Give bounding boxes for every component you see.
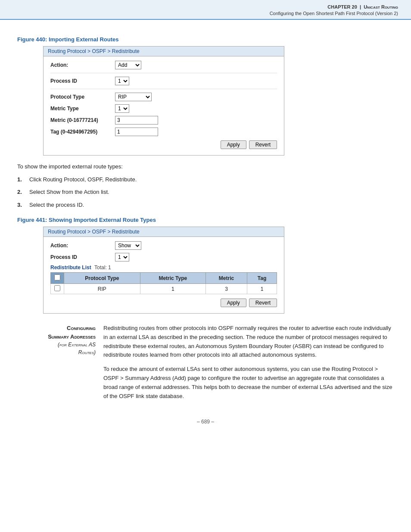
sidebar-content: Redistributing routes from other protoco… [103,324,394,406]
sidebar-para1: Redistributing routes from other protoco… [103,324,394,360]
sidebar-para2: To reduce the amount of external LSAs se… [103,365,394,401]
col-protocol-type: Protocol Type [64,273,140,284]
step-1: 1. Click Routing Protocol, OSPF, Redistr… [17,175,394,184]
table-header-checkbox [51,273,64,284]
chapter-title: Unicast Routing [364,4,398,9]
tag-row: Tag (0-4294967295) [50,128,277,136]
figure-441-panel-body: Action: Show Add Delete Process ID 1 [44,237,284,313]
action-control: Add Show Delete [115,61,141,69]
metric-type-label: Metric Type [50,106,115,112]
figure441-action-select[interactable]: Show Add Delete [115,241,141,250]
col-metric-type: Metric Type [140,273,206,284]
protocol-type-label: Protocol Type [50,94,115,100]
sidebar-section: Configuring Summary Addresses (for Exter… [17,324,394,406]
figure-441-panel-header: Routing Protocol > OSPF > Redistribute [44,227,284,237]
header-checkbox[interactable] [54,274,60,280]
row-checkbox[interactable] [54,285,60,291]
figure-441-panel: Routing Protocol > OSPF > Redistribute A… [43,227,284,314]
metric-type-row: Metric Type 1 2 [50,104,277,113]
metric-type-control: 1 2 [115,104,129,113]
metric-type-select[interactable]: 1 2 [115,104,129,113]
chapter-label: CHAPTER 20 | Unicast Routing [327,4,398,9]
figure441-process-id-select[interactable]: 1 [115,253,129,261]
figure441-process-id-label: Process ID [50,254,115,260]
step-2: 2. Select Show from the Action list. [17,188,394,196]
figure441-action-control: Show Add Delete [115,241,141,250]
page-content: Figure 440: Importing External Routes Ro… [0,20,411,440]
steps-list: 1. Click Routing Protocol, OSPF, Redistr… [17,175,394,209]
process-id-label: Process ID [50,78,115,84]
table-row: RIP 1 3 1 [51,284,277,294]
figure-440-panel: Routing Protocol > OSPF > Redistribute A… [43,46,284,156]
figure-441-btn-row: Apply Revert [50,299,277,307]
metric-row: Metric (0-16777214) [50,116,277,124]
figure-441-title: Figure 441: Showing Imported External Ro… [17,217,394,223]
chapter-number: CHAPTER 20 [327,4,357,9]
page-footer: – 689 – [17,419,394,432]
sidebar-label-block: Configuring Summary Addresses (for Exter… [17,324,103,406]
row-metric-type: 1 [140,284,206,294]
row-protocol-type: RIP [64,284,140,294]
sidebar-title-line1: Configuring [17,324,96,333]
row-checkbox-cell [51,284,64,294]
figure-440-revert-btn[interactable]: Revert [249,140,277,149]
figure441-process-id-control: 1 [115,253,129,261]
process-id-select[interactable]: 1 [115,77,129,85]
figure-440-title: Figure 440: Importing External Routes [17,36,394,43]
chapter-subtitle: Configuring the Open Shortest Path First… [270,11,398,16]
redistribute-list-label: Redistribute List Total: 1 [50,264,277,271]
sidebar-title-line4: Routes) [17,348,96,356]
figure441-action-row: Action: Show Add Delete [50,241,277,250]
col-metric: Metric [206,273,247,284]
page-header: CHAPTER 20 | Unicast Routing Configuring… [0,0,411,20]
figure-441-apply-btn[interactable]: Apply [221,299,246,307]
figure-440-panel-body: Action: Add Show Delete Process ID 1 [44,56,284,155]
protocol-type-control: RIP Static Connected [115,93,152,101]
tag-label: Tag (0-4294967295) [50,129,115,135]
figure-440-panel-header: Routing Protocol > OSPF > Redistribute [44,47,284,56]
metric-input[interactable] [115,116,158,124]
figure-440-apply-btn[interactable]: Apply [221,140,246,149]
protocol-type-select[interactable]: RIP Static Connected [115,93,152,101]
action-label: Action: [50,62,115,68]
row-metric: 3 [206,284,247,294]
action-select[interactable]: Add Show Delete [115,61,141,69]
process-id-row: Process ID 1 [50,77,277,85]
row-tag: 1 [247,284,277,294]
tag-input[interactable] [115,128,158,136]
body-intro-text: To show the imported external route type… [17,162,394,171]
col-tag: Tag [247,273,277,284]
sidebar-title-line3: (for External AS [17,341,96,348]
protocol-type-row: Protocol Type RIP Static Connected [50,93,277,101]
redistribute-table: Protocol Type Metric Type Metric Tag RIP… [50,272,277,294]
sidebar-title-line2: Summary Addresses [17,333,96,341]
action-row: Action: Add Show Delete [50,61,277,69]
metric-label: Metric (0-16777214) [50,117,115,123]
process-id-control: 1 [115,77,129,85]
figure441-action-label: Action: [50,243,115,249]
figure-440-btn-row: Apply Revert [50,140,277,149]
figure-441-revert-btn[interactable]: Revert [249,299,277,307]
step-3: 3. Select the process ID. [17,201,394,209]
figure441-process-id-row: Process ID 1 [50,253,277,261]
